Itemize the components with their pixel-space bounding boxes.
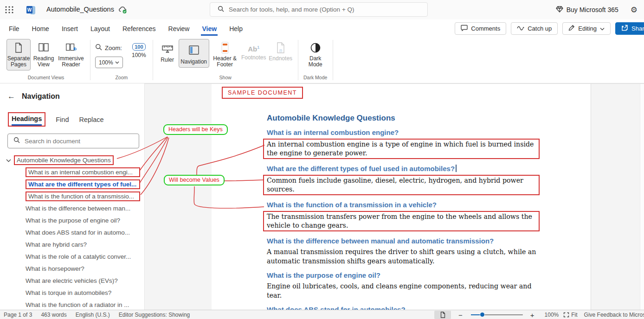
menu-review[interactable]: Review — [167, 21, 191, 36]
tab-headings[interactable]: Headings — [12, 115, 42, 126]
page-view-button[interactable] — [434, 311, 451, 319]
question-heading[interactable]: What are the different types of fuel use… — [267, 165, 540, 173]
dark-mode-button[interactable]: Dark Mode — [303, 39, 328, 70]
comment-bubble-icon — [461, 25, 468, 32]
ruler-button[interactable]: Ruler — [158, 39, 177, 66]
zoom-in-button[interactable]: + — [530, 311, 535, 319]
footnotes-icon: Ab1 — [248, 45, 259, 53]
nav-heading-item[interactable]: What are hybrid cars? — [0, 238, 145, 250]
menu-bar: File Home Insert Layout References Revie… — [0, 19, 644, 37]
nav-heading-item[interactable]: What is horsepower? — [0, 262, 145, 274]
share-button[interactable]: Share — [615, 22, 644, 35]
comments-button[interactable]: Comments — [455, 22, 506, 35]
menu-layout[interactable]: Layout — [90, 21, 111, 36]
question-heading[interactable]: What is the purpose of engine oil? — [267, 271, 540, 280]
footnotes-button: Ab1 Footnotes — [241, 39, 267, 64]
page-count[interactable]: Page 1 of 3 — [4, 312, 32, 318]
reading-view-icon — [38, 42, 50, 54]
buy-microsoft-365-button[interactable]: Buy Microsoft 365 — [556, 6, 618, 14]
answer-text[interactable]: An internal combustion engine is a type … — [263, 139, 540, 159]
nav-heading-item[interactable]: What is torque in automobiles? — [0, 287, 145, 299]
nav-heading-label: What are hybrid cars? — [26, 241, 87, 248]
navigation-pane-icon — [188, 45, 200, 57]
cloud-saved-icon[interactable] — [118, 5, 128, 14]
word-count[interactable]: 463 words — [41, 312, 66, 318]
nav-heading-label: What is the purpose of engine oil? — [26, 217, 120, 224]
vertical-scrollbar[interactable] — [640, 84, 644, 319]
zoom-slider[interactable] — [471, 310, 523, 319]
document-search-box[interactable] — [7, 134, 139, 148]
separate-pages-icon — [13, 42, 25, 54]
app-launcher-icon[interactable] — [5, 5, 14, 14]
immersive-reader-button[interactable]: Immersive Reader — [57, 39, 85, 70]
separate-pages-button[interactable]: Separate Pages — [6, 39, 31, 70]
document-title[interactable]: Automobile_Questions — [46, 6, 114, 13]
menu-home[interactable]: Home — [31, 21, 50, 36]
nav-heading-label: What is torque in automobiles? — [26, 289, 111, 296]
fit-button[interactable]: Fit — [563, 312, 577, 318]
menu-references[interactable]: References — [122, 21, 157, 36]
ribbon-group-document-views: Separate Pages Reading View Immersive Re… — [4, 37, 88, 83]
nav-root-heading[interactable]: Automobile Knowledge Questions — [0, 154, 145, 166]
catch-up-wave-icon — [517, 25, 524, 32]
zoom-slider-thumb[interactable] — [480, 312, 485, 317]
chevron-down-icon — [600, 25, 605, 32]
ribbon: Separate Pages Reading View Immersive Re… — [0, 37, 644, 83]
answer-text[interactable]: A manual transmission requires the drive… — [267, 247, 540, 266]
dark-mode-icon — [309, 42, 322, 54]
zoom-out-button[interactable]: − — [458, 311, 463, 319]
word-logo-icon[interactable]: W — [26, 5, 36, 14]
nav-heading-item[interactable]: What is an internal combustion engi... — [0, 166, 145, 178]
chevron-down-icon[interactable] — [6, 156, 12, 164]
qa-block: What is an internal combustion engine?An… — [267, 128, 540, 159]
global-search-box[interactable] — [210, 2, 428, 17]
editing-mode-button[interactable]: Editing — [562, 22, 611, 35]
menu-file[interactable]: File — [8, 21, 20, 36]
nav-heading-item[interactable]: What are the different types of fuel... — [0, 178, 145, 190]
nav-heading-label: What are electric vehicles (EVs)? — [26, 277, 118, 284]
menu-view[interactable]: View — [201, 21, 218, 36]
headings-list: Automobile Knowledge Questions What is a… — [0, 154, 145, 311]
ribbon-divider — [153, 40, 153, 80]
global-search-input[interactable] — [229, 6, 414, 13]
tab-replace[interactable]: Replace — [79, 116, 103, 123]
document-heading-1[interactable]: Automobile Knowledge Questions — [267, 114, 540, 123]
question-heading[interactable]: What is the difference between manual an… — [267, 237, 540, 245]
catch-up-button[interactable]: Catch up — [511, 22, 558, 35]
nav-heading-item[interactable]: What is the role of a catalytic conver..… — [0, 250, 145, 262]
question-heading[interactable]: What is an internal combustion engine? — [267, 128, 540, 137]
immersive-reader-icon — [65, 42, 77, 54]
document-search-input[interactable] — [25, 138, 131, 145]
document-page[interactable]: SAMPLE DOCUMENT Automobile Knowledge Que… — [212, 84, 591, 319]
settings-gear-icon[interactable]: ⚙ — [631, 6, 638, 14]
language[interactable]: English (U.S.) — [76, 312, 110, 318]
nav-heading-item[interactable]: What are electric vehicles (EVs)? — [0, 274, 145, 287]
zoom-percentage[interactable]: 100% — [545, 312, 559, 318]
premium-diamond-icon — [556, 6, 563, 14]
ribbon-group-show: Ruler Navigation Header & Footer — [155, 37, 296, 83]
answer-text[interactable]: The transmission transfers power from th… — [263, 211, 540, 231]
nav-heading-item[interactable]: What does ABS stand for in automo... — [0, 226, 145, 238]
answer-text[interactable]: Common fuels include gasoline, diesel, e… — [263, 175, 540, 195]
nav-heading-item[interactable]: What is the function of a transmissio... — [0, 190, 145, 202]
feedback-link[interactable]: Give Feedback to Microsoft — [584, 312, 644, 318]
back-arrow-icon[interactable]: ← — [7, 92, 15, 101]
question-heading[interactable]: What is the function of a transmission i… — [267, 201, 540, 209]
editor-suggestions[interactable]: Editor Suggestions: Showing — [119, 312, 190, 318]
doc-qa-list: What is an internal combustion engine?An… — [267, 128, 540, 319]
nav-heading-item[interactable]: What is the purpose of engine oil? — [0, 214, 145, 226]
reading-view-button[interactable]: Reading View — [32, 39, 55, 70]
nav-heading-item[interactable]: What is the function of a radiator in ..… — [0, 299, 145, 311]
nav-heading-label: What does ABS stand for in automo... — [26, 229, 130, 236]
menu-help[interactable]: Help — [228, 21, 244, 36]
answer-text[interactable]: Engine oil lubricates, cools, and cleans… — [267, 281, 540, 300]
header-footer-button[interactable]: Header & Footer — [211, 39, 239, 70]
tab-find[interactable]: Find — [56, 116, 69, 123]
navigation-button[interactable]: Navigation — [179, 39, 209, 68]
title-bar: W Automobile_Questions Buy Microsoft 365 — [0, 0, 644, 19]
nav-heading-item[interactable]: What is the difference between man... — [0, 202, 145, 214]
zoom-level-dropdown[interactable]: 100% — [95, 57, 123, 68]
nav-root-label: Automobile Knowledge Questions — [14, 155, 114, 165]
menu-insert[interactable]: Insert — [61, 21, 79, 36]
zoom-100-button[interactable]: 100 100% — [130, 39, 148, 61]
